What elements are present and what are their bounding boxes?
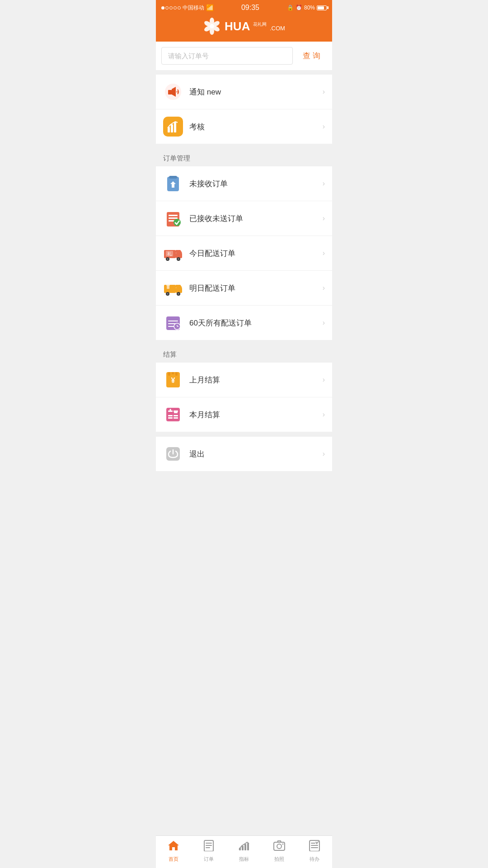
carrier-label: 中国移动 (183, 4, 204, 12)
svg-rect-69 (242, 846, 244, 850)
svg-point-36 (167, 293, 169, 295)
menu-item-60days-delivery[interactable]: 60天所有配送订单 › (156, 306, 332, 340)
menu-item-accepted-unsent[interactable]: 已接收未送订单 › (156, 201, 332, 236)
menu-item-today-delivery[interactable]: 礼 今日配送订单 › (156, 236, 332, 271)
svg-rect-70 (244, 844, 246, 850)
svg-marker-25 (176, 250, 182, 253)
this-month-icon (163, 405, 183, 425)
exit-icon (163, 444, 183, 464)
svg-point-10 (176, 91, 178, 93)
svg-point-38 (178, 293, 179, 295)
battery-icon (317, 5, 327, 10)
divider-1 (156, 70, 332, 75)
menu-item-assessment[interactable]: 考核 › (156, 109, 332, 144)
chevron-right-icon: › (323, 179, 325, 188)
svg-rect-16 (169, 176, 177, 179)
menu-item-exit[interactable]: 退出 › (156, 437, 332, 471)
svg-rect-50 (172, 372, 174, 374)
svg-rect-78 (311, 847, 318, 848)
assessment-label: 考核 (189, 122, 323, 132)
divider-settlement (156, 340, 332, 345)
home-icon (168, 840, 179, 854)
notification-icon (163, 82, 183, 102)
chevron-right-icon: › (323, 123, 325, 131)
svg-rect-65 (206, 843, 212, 844)
menu-item-last-month[interactable]: ¥ 上月结算 › (156, 363, 332, 397)
60days-delivery-label: 60天所有配送订单 (189, 318, 323, 328)
nav-label-photo: 拍照 (274, 856, 284, 863)
svg-rect-49 (168, 372, 170, 376)
section-settlement: 结算 (156, 345, 332, 363)
svg-rect-76 (311, 843, 315, 844)
svg-rect-71 (247, 843, 249, 850)
todo-icon (309, 840, 320, 854)
svg-rect-77 (311, 845, 318, 846)
assessment-icon (163, 117, 183, 137)
today-delivery-icon: 礼 (163, 243, 183, 263)
svg-rect-39 (167, 285, 169, 289)
svg-rect-66 (206, 845, 212, 846)
logo: HUA 花礼网 .COM (203, 17, 285, 35)
nav-item-orders[interactable]: 订单 (191, 840, 226, 863)
svg-rect-40 (166, 284, 170, 286)
lock-icon: 🔒 (287, 5, 294, 11)
logo-domain: .COM (270, 25, 285, 32)
svg-rect-32 (164, 285, 176, 293)
status-time: 09:35 (241, 4, 259, 12)
section-order-management: 订单管理 (156, 149, 332, 166)
status-bar: 中国移动 📶 09:35 🔒 ⏰ 80% (156, 0, 332, 14)
chevron-right-icon: › (323, 214, 325, 222)
svg-rect-13 (171, 124, 173, 132)
main-content: 通知 new › 考核 › 订单管理 (156, 75, 332, 503)
menu-item-notification[interactable]: 通知 new › (156, 75, 332, 109)
search-button[interactable]: 查 询 (296, 46, 327, 66)
chevron-right-icon: › (323, 249, 325, 257)
last-month-icon: ¥ (163, 370, 183, 390)
chevron-right-icon: › (323, 284, 325, 292)
divider-exit (156, 432, 332, 437)
svg-rect-57 (174, 412, 178, 413)
alarm-icon: ⏰ (296, 5, 302, 11)
nav-label-home: 首页 (169, 856, 178, 863)
svg-text:¥: ¥ (171, 377, 175, 384)
chevron-right-icon: › (323, 450, 325, 458)
svg-point-27 (167, 258, 169, 260)
nav-item-photo[interactable]: 拍照 (262, 840, 297, 863)
logo-hua: HUA (225, 19, 249, 33)
last-month-label: 上月结算 (189, 375, 323, 385)
logo-text: HUA 花礼网 .COM (225, 20, 285, 32)
today-delivery-label: 今日配送订单 (189, 248, 323, 259)
svg-rect-56 (174, 410, 178, 412)
svg-point-6 (210, 24, 214, 28)
svg-point-74 (282, 844, 284, 845)
notification-label: 通知 new (189, 87, 323, 97)
nav-item-home[interactable]: 首页 (156, 840, 191, 863)
menu-item-this-month[interactable]: 本月结算 › (156, 397, 332, 432)
nav-item-todo[interactable]: 待办 (297, 840, 332, 863)
chevron-right-icon: › (323, 376, 325, 384)
svg-rect-55 (170, 409, 171, 412)
svg-rect-59 (168, 417, 173, 419)
tomorrow-delivery-label: 明日配送订单 (189, 283, 323, 293)
accepted-unsent-icon (163, 208, 183, 228)
unaccepted-label: 未接收订单 (189, 179, 323, 189)
signal-icon (161, 6, 181, 9)
svg-rect-67 (206, 847, 210, 848)
order-search-input[interactable] (161, 47, 293, 65)
status-right: 🔒 ⏰ 80% (287, 5, 327, 11)
svg-rect-44 (168, 326, 174, 327)
nav-item-metrics[interactable]: 指标 (226, 840, 262, 863)
svg-marker-34 (176, 285, 182, 288)
menu-item-tomorrow-delivery[interactable]: 明日配送订单 › (156, 271, 332, 306)
svg-text:礼: 礼 (167, 251, 172, 256)
menu-item-unaccepted[interactable]: 未接收订单 › (156, 166, 332, 201)
svg-point-29 (178, 258, 179, 260)
chevron-right-icon: › (323, 410, 325, 419)
logo-chinese: 花礼网 (253, 22, 267, 27)
svg-rect-61 (174, 417, 178, 419)
photo-icon (273, 840, 285, 854)
svg-rect-53 (166, 408, 180, 421)
tomorrow-delivery-icon (163, 278, 183, 298)
svg-rect-60 (174, 415, 178, 416)
exit-label: 退出 (189, 449, 323, 459)
